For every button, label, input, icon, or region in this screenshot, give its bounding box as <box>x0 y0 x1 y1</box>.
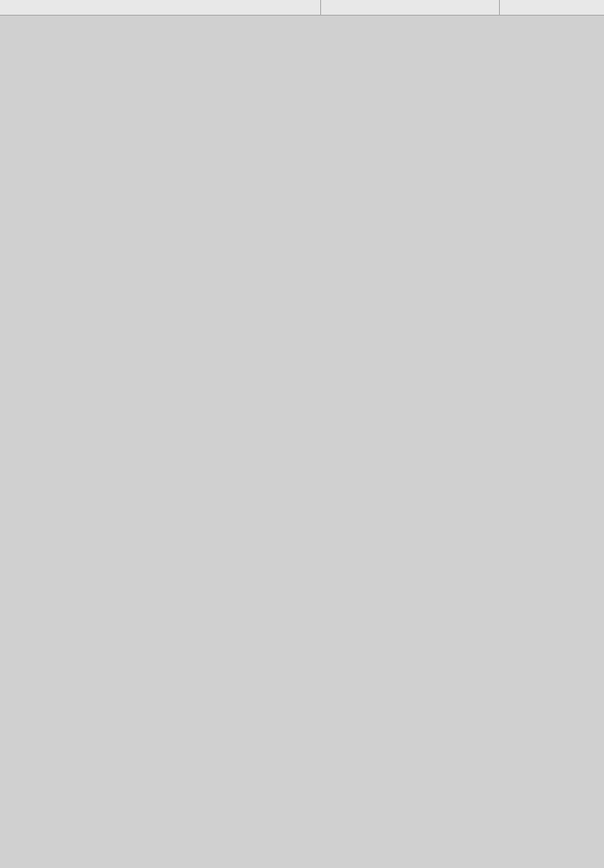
col-a-header <box>0 0 321 15</box>
col-u-header <box>373 0 500 15</box>
col-v-header <box>500 0 604 15</box>
column-headers <box>0 0 604 16</box>
nav-right[interactable] <box>347 0 373 15</box>
nav-left[interactable] <box>321 0 347 15</box>
